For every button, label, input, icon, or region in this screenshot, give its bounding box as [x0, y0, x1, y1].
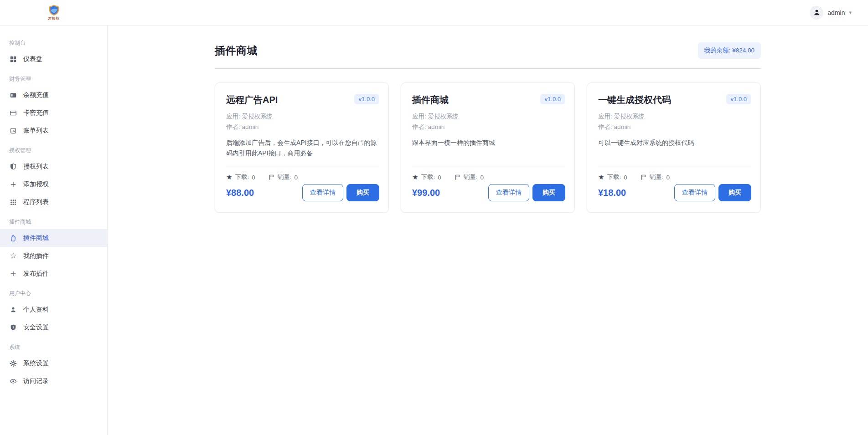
sidebar-section-user-center: 用户中心 — [0, 282, 107, 301]
person-icon — [9, 306, 17, 314]
plugin-card-grid: 远程广告API v1.0.0 应用: 爱授权系统 作者: admin 后端添加广… — [215, 82, 761, 213]
sidebar-item-dashboard[interactable]: 仪表盘 — [0, 50, 107, 68]
downloads-stat: ★ 下载: 0 — [412, 173, 441, 181]
version-badge: v1.0.0 — [354, 94, 379, 104]
plugin-card: 插件商城 v1.0.0 应用: 爱授权系统 作者: admin 跟本界面一模一样… — [401, 82, 575, 213]
dashboard-icon — [9, 55, 17, 63]
sales-stat: 销量: 0 — [640, 173, 670, 181]
flag-icon — [268, 174, 275, 181]
sidebar-item-label: 插件商城 — [23, 234, 49, 242]
sidebar-section-plugin-market: 插件商城 — [0, 211, 107, 229]
plugin-card: 一键生成授权代码 v1.0.0 应用: 爱授权系统 作者: admin 可以一键… — [587, 82, 761, 213]
plugin-description: 可以一键生成对应系统的授权代码 — [598, 138, 751, 159]
plugin-card: 远程广告API v1.0.0 应用: 爱授权系统 作者: admin 后端添加广… — [215, 82, 389, 213]
plugin-price: ¥88.00 — [226, 188, 254, 198]
credit-card-icon — [9, 109, 17, 117]
sidebar-item-balance-recharge[interactable]: 余额充值 — [0, 86, 107, 104]
downloads-value: 0 — [624, 174, 627, 181]
sidebar-item-label: 我的插件 — [23, 252, 49, 260]
sales-value: 0 — [294, 174, 298, 181]
downloads-stat: ★ 下载: 0 — [598, 173, 627, 181]
sidebar-item-label: 系统设置 — [23, 359, 49, 368]
shield-icon — [9, 163, 17, 171]
flag-icon — [640, 174, 647, 181]
downloads-stat: ★ 下载: 0 — [226, 173, 255, 181]
sidebar-item-profile[interactable]: 个人资料 — [0, 301, 107, 318]
star-icon: ★ — [598, 173, 604, 181]
sidebar-section-console: 控制台 — [0, 32, 107, 50]
app-logo[interactable]: 爱授权 — [0, 5, 108, 21]
star-outline-icon: ☆ — [9, 252, 17, 260]
sidebar-item-add-license[interactable]: 添加授权 — [0, 175, 107, 193]
buy-button[interactable]: 购买 — [532, 184, 565, 201]
view-details-button[interactable]: 查看详情 — [674, 184, 715, 201]
sidebar-item-label: 仪表盘 — [23, 55, 42, 63]
sidebar-item-publish-plugin[interactable]: 发布插件 — [0, 265, 107, 282]
sidebar-item-label: 添加授权 — [23, 180, 49, 189]
sidebar-item-my-plugins[interactable]: ☆ 我的插件 — [0, 247, 107, 265]
avatar — [810, 6, 823, 20]
sidebar-item-label: 安全设置 — [23, 323, 49, 332]
downloads-value: 0 — [252, 174, 255, 181]
main-content: 插件商城 我的余额: ¥824.00 远程广告API v1.0.0 应用: 爱授… — [108, 0, 868, 213]
bill-icon — [9, 127, 17, 135]
version-badge: v1.0.0 — [540, 94, 565, 104]
plugin-author: 作者: admin — [412, 122, 565, 133]
sidebar-item-security-settings[interactable]: 安全设置 — [0, 318, 107, 336]
sidebar-item-label: 账单列表 — [23, 127, 49, 135]
downloads-value: 0 — [438, 174, 441, 181]
sidebar-item-label: 个人资料 — [23, 306, 49, 314]
downloads-label: 下载: — [421, 173, 435, 181]
sales-label: 销量: — [464, 173, 478, 181]
sidebar-item-license-list[interactable]: 授权列表 — [0, 158, 107, 175]
version-badge: v1.0.0 — [726, 94, 751, 104]
plugin-price: ¥99.00 — [412, 188, 440, 198]
sidebar-section-system: 系统 — [0, 336, 107, 354]
plugin-app: 应用: 爱授权系统 — [412, 112, 565, 122]
sidebar-item-label: 卡密充值 — [23, 109, 49, 117]
user-menu[interactable]: admin ▾ — [810, 6, 852, 20]
sales-stat: 销量: 0 — [454, 173, 484, 181]
user-name: admin — [827, 9, 845, 16]
apps-grid-icon — [9, 198, 17, 206]
sidebar-item-plugin-market[interactable]: 插件商城 — [0, 229, 107, 247]
sidebar-item-program-list[interactable]: 程序列表 — [0, 193, 107, 211]
star-icon: ★ — [412, 173, 418, 181]
view-details-button[interactable]: 查看详情 — [488, 184, 529, 201]
sidebar-item-system-settings[interactable]: 系统设置 — [0, 354, 107, 372]
sidebar-item-card-recharge[interactable]: 卡密充值 — [0, 104, 107, 122]
sales-label: 销量: — [278, 173, 292, 181]
buy-button[interactable]: 购买 — [718, 184, 751, 201]
balance-badge: 我的余额: ¥824.00 — [698, 42, 761, 59]
plugin-author: 作者: admin — [598, 122, 751, 133]
sidebar: 控制台 仪表盘 财务管理 余额充值 卡密充值 账单列表 授权管理 授权列表 — [0, 26, 108, 435]
card-divider — [226, 166, 379, 166]
star-icon: ★ — [226, 173, 232, 181]
shield-lock-icon — [9, 323, 17, 332]
sidebar-section-authorization: 授权管理 — [0, 139, 107, 158]
top-header: 爱授权 admin ▾ — [0, 0, 868, 26]
shopping-bag-icon — [9, 234, 17, 242]
sales-value: 0 — [480, 174, 484, 181]
buy-button[interactable]: 购买 — [346, 184, 379, 201]
plus-icon — [9, 180, 17, 189]
plugin-description: 跟本界面一模一样的插件商城 — [412, 138, 565, 159]
page-divider — [215, 68, 761, 69]
view-details-button[interactable]: 查看详情 — [302, 184, 343, 201]
plugin-title: 插件商城 — [412, 94, 449, 106]
sidebar-item-label: 程序列表 — [23, 198, 49, 206]
sidebar-item-bill-list[interactable]: 账单列表 — [0, 122, 107, 139]
chevron-down-icon: ▾ — [849, 10, 852, 15]
plugin-price: ¥18.00 — [598, 188, 626, 198]
sidebar-item-access-log[interactable]: 访问记录 — [0, 372, 107, 390]
page-title: 插件商城 — [215, 44, 258, 58]
sales-value: 0 — [666, 174, 670, 181]
sidebar-section-finance: 财务管理 — [0, 68, 107, 86]
person-icon — [813, 9, 821, 16]
brand-shield-icon — [48, 5, 60, 15]
plus-icon — [9, 270, 17, 278]
sidebar-item-label: 授权列表 — [23, 163, 49, 171]
eye-icon — [9, 377, 17, 385]
sales-label: 销量: — [650, 173, 664, 181]
sidebar-item-label: 余额充值 — [23, 91, 49, 99]
